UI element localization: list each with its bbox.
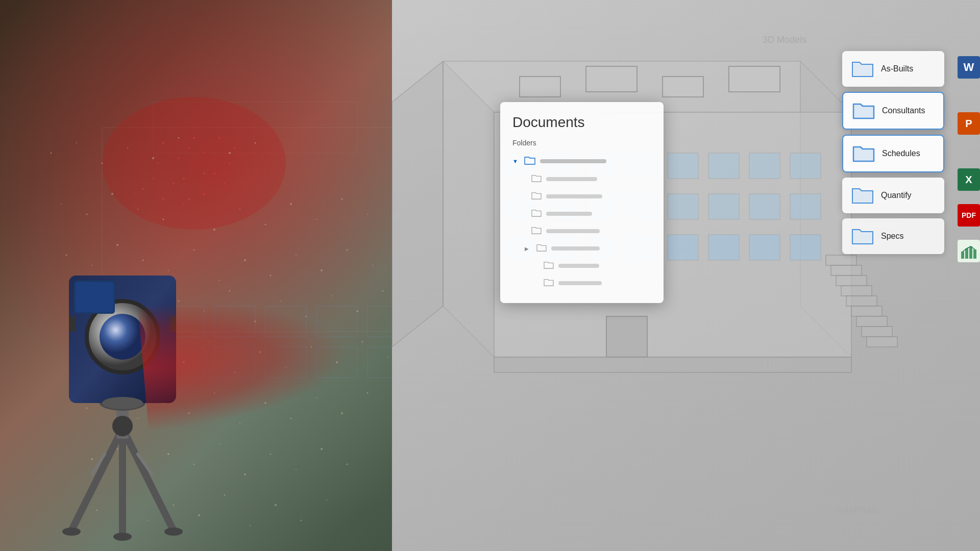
svg-point-112	[178, 158, 180, 159]
folder-icon-6	[543, 260, 554, 271]
svg-rect-166	[708, 235, 739, 260]
3d-models-label: 3D Models	[763, 35, 806, 45]
svg-rect-170	[586, 66, 637, 92]
svg-point-23	[341, 198, 343, 200]
svg-point-109	[301, 520, 302, 521]
svg-rect-184	[494, 357, 851, 372]
as-builts-card[interactable]: As-Builts	[842, 51, 944, 87]
svg-rect-198	[69, 316, 75, 332]
svg-point-14	[111, 193, 113, 195]
svg-point-7	[152, 157, 154, 159]
folder-arrow-5: ▶	[525, 246, 532, 252]
folder-item-7[interactable]	[512, 276, 651, 291]
chart-icon	[958, 240, 980, 262]
svg-point-71	[362, 341, 363, 343]
svg-point-125	[203, 193, 205, 195]
folder-bar-4	[546, 229, 600, 233]
svg-rect-152	[790, 153, 821, 179]
quantify-folder-icon	[851, 185, 874, 206]
folder-bar-5	[551, 246, 600, 251]
svg-point-35	[270, 275, 272, 277]
schedules-card[interactable]: Schedules	[842, 135, 944, 172]
svg-point-82	[239, 423, 240, 424]
svg-point-107	[250, 525, 251, 526]
svg-point-202	[164, 528, 183, 536]
scanner-svg	[41, 235, 204, 541]
svg-point-53	[331, 295, 332, 296]
folder-item-4[interactable]	[512, 223, 651, 239]
svg-rect-179	[851, 306, 882, 316]
svg-rect-199	[170, 316, 176, 332]
pdf-icon-card[interactable]: PDF	[958, 204, 980, 227]
quantify-card[interactable]: Quantify	[842, 178, 944, 213]
svg-point-70	[336, 361, 338, 363]
word-icon-card[interactable]: W	[958, 56, 980, 79]
cards-container: As-Builts W Consultants P Schedules X PD…	[842, 51, 944, 254]
svg-point-66	[234, 372, 236, 373]
svg-point-11	[255, 142, 256, 144]
excel-icon-card[interactable]: X	[958, 168, 980, 191]
folder-item-root[interactable]: ▼	[512, 153, 651, 169]
svg-rect-168	[790, 235, 821, 260]
folder-icon-1	[531, 173, 542, 185]
svg-point-106	[224, 494, 226, 496]
consultants-card[interactable]: Consultants	[842, 92, 944, 130]
quantify-label: Quantify	[881, 191, 912, 200]
svg-point-87	[367, 392, 369, 394]
ppt-icon: P	[958, 112, 980, 135]
folder-tree: ▼	[512, 153, 651, 291]
folder-icon-2	[531, 191, 542, 202]
svg-rect-151	[749, 153, 780, 179]
svg-point-81	[214, 392, 215, 394]
svg-point-6	[127, 147, 128, 148]
svg-rect-175	[831, 265, 862, 276]
folder-bar-6	[558, 264, 599, 268]
svg-point-100	[347, 464, 348, 465]
svg-rect-157	[668, 194, 698, 219]
folder-item-1[interactable]	[512, 171, 651, 187]
folder-item-3[interactable]	[512, 206, 651, 221]
svg-point-99	[321, 448, 323, 450]
svg-point-195	[100, 314, 145, 360]
folder-item-2[interactable]	[512, 189, 651, 204]
ppt-icon-card[interactable]: P	[958, 112, 980, 135]
svg-rect-133	[316, 306, 357, 337]
svg-point-108	[275, 504, 277, 506]
folder-item-6[interactable]	[512, 258, 651, 273]
svg-point-113	[193, 137, 195, 139]
svg-marker-142	[443, 61, 494, 357]
svg-rect-180	[856, 316, 887, 327]
svg-rect-206	[965, 248, 968, 259]
svg-rect-159	[749, 194, 780, 219]
folder-bar-1	[546, 177, 597, 181]
svg-point-55	[382, 290, 384, 292]
svg-rect-171	[663, 77, 703, 97]
svg-rect-165	[668, 235, 698, 260]
svg-point-4	[76, 142, 77, 143]
svg-point-119	[213, 172, 215, 174]
chart-icon-card[interactable]	[958, 240, 980, 262]
submittals-label: Submittals	[835, 505, 878, 515]
svg-point-68	[285, 367, 286, 368]
svg-rect-181	[862, 327, 892, 337]
svg-point-203	[113, 533, 132, 541]
svg-point-127	[142, 188, 144, 190]
svg-point-20	[265, 224, 266, 226]
scanner-device	[41, 204, 204, 551]
svg-rect-167	[749, 235, 780, 260]
svg-point-83	[264, 402, 266, 404]
consultants-label: Consultants	[882, 106, 925, 115]
svg-point-72	[387, 357, 388, 358]
excel-icon: X	[958, 168, 980, 191]
svg-rect-132	[265, 306, 306, 337]
folders-label: Folders	[512, 139, 651, 147]
svg-point-114	[158, 163, 159, 164]
svg-point-24	[367, 214, 368, 215]
svg-point-51	[280, 300, 281, 302]
folder-bar-3	[546, 212, 592, 216]
svg-point-115	[183, 178, 185, 180]
svg-point-67	[259, 351, 261, 353]
documents-title: Documents	[512, 114, 651, 131]
folder-item-5[interactable]: ▶	[512, 241, 651, 256]
specs-card[interactable]: Specs	[842, 218, 944, 254]
